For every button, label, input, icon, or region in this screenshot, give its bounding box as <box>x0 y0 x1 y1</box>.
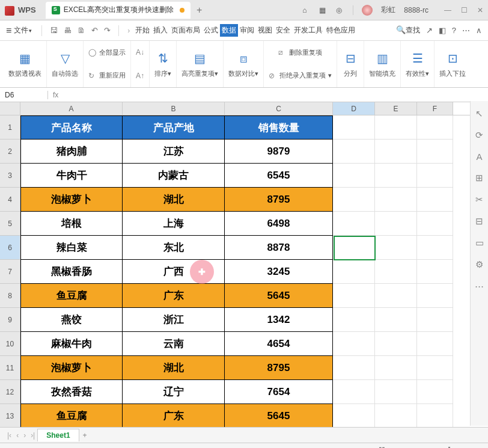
file-menu[interactable]: 文件▾ <box>14 25 32 35</box>
print-icon[interactable]: 🖶 <box>64 26 72 35</box>
cell[interactable]: 鱼豆腐 <box>20 284 123 308</box>
share-icon[interactable]: ↗ <box>426 26 433 35</box>
cell[interactable]: 6498 <box>225 212 333 236</box>
collapse-icon[interactable]: ◧ <box>439 26 446 35</box>
row-header[interactable]: 5 <box>0 212 20 236</box>
record-icon[interactable]: ⊙ <box>6 446 12 449</box>
smart-fill-button[interactable]: ▥智能填充 <box>364 41 401 87</box>
chevron-right-icon[interactable]: › <box>127 26 130 35</box>
cell[interactable] <box>333 260 375 284</box>
cell[interactable]: 东北 <box>123 236 225 260</box>
sheet-tab-active[interactable]: Sheet1 <box>37 429 79 441</box>
cell[interactable]: 麻椒牛肉 <box>20 332 123 356</box>
cell[interactable] <box>417 308 453 332</box>
split-col-button[interactable]: ⊟分列 <box>337 41 364 87</box>
cell[interactable]: 培根 <box>20 212 123 236</box>
cell[interactable] <box>417 140 453 164</box>
table-header[interactable]: 产品产地 <box>123 115 225 140</box>
cell[interactable] <box>375 188 417 212</box>
cell[interactable]: 8795 <box>225 188 333 212</box>
cell[interactable]: 浙江 <box>123 308 225 332</box>
autofilter-button[interactable]: ▽自动筛选 <box>47 41 84 87</box>
cell[interactable]: 广东 <box>123 404 225 427</box>
cell[interactable] <box>375 380 417 404</box>
view-normal-icon[interactable]: ▦ <box>341 446 348 449</box>
cell[interactable] <box>417 115 453 140</box>
cell[interactable] <box>333 188 375 212</box>
cell[interactable]: 4654 <box>225 332 333 356</box>
save-icon[interactable]: 🖫 <box>50 26 58 35</box>
cell[interactable] <box>417 332 453 356</box>
tab-insert[interactable]: 插入 <box>151 25 169 35</box>
cell[interactable]: 湖北 <box>123 188 225 212</box>
cell[interactable]: 泡椒萝卜 <box>20 356 123 380</box>
cell[interactable]: 辣白菜 <box>20 236 123 260</box>
row-header[interactable]: 3 <box>0 164 20 188</box>
sheet-prev-icon[interactable]: ‹ <box>16 431 19 440</box>
select-all-corner[interactable] <box>0 102 20 115</box>
col-header-b[interactable]: B <box>123 102 225 115</box>
avatar[interactable] <box>362 5 373 16</box>
new-tab-button[interactable]: + <box>197 5 202 16</box>
cell[interactable] <box>417 236 453 260</box>
home-icon[interactable]: ⌂ <box>302 6 311 14</box>
minimize-icon[interactable]: — <box>444 6 451 14</box>
reject-dup-button[interactable]: ⊘拒绝录入重复项▾ <box>269 64 332 88</box>
document-tab[interactable]: EXCEL高亮突出重复项并快速删除 <box>46 2 191 19</box>
col-header-e[interactable]: E <box>375 102 417 115</box>
cell[interactable]: 5645 <box>225 284 333 308</box>
row-header[interactable]: 8 <box>0 284 20 308</box>
row-header[interactable]: 10 <box>0 332 20 356</box>
side-sync-icon[interactable]: ⟳ <box>475 130 483 141</box>
cell[interactable] <box>333 308 375 332</box>
sort-asc-button[interactable]: A↓ <box>136 41 144 64</box>
col-header-a[interactable]: A <box>20 102 123 115</box>
row-header[interactable]: 11 <box>0 356 20 380</box>
cell[interactable] <box>417 164 453 188</box>
tab-start[interactable]: 开始 <box>133 25 151 35</box>
cell[interactable] <box>375 308 417 332</box>
view-page-icon[interactable]: ▤ <box>354 446 361 449</box>
cell[interactable]: 广东 <box>123 284 225 308</box>
preview-icon[interactable]: 🗎 <box>78 26 85 35</box>
cell[interactable]: 黑椒香肠 <box>20 260 123 284</box>
sheet-last-icon[interactable]: ›| <box>31 431 35 440</box>
cell[interactable] <box>375 115 417 140</box>
cell[interactable] <box>333 140 375 164</box>
cell[interactable] <box>333 332 375 356</box>
cell[interactable] <box>417 212 453 236</box>
grid-icon[interactable]: ▦ <box>319 6 328 14</box>
row-header[interactable]: 7 <box>0 260 20 284</box>
cell[interactable] <box>375 212 417 236</box>
side-text-icon[interactable]: A <box>476 152 482 162</box>
cell[interactable] <box>417 380 453 404</box>
cell[interactable]: 猪肉脯 <box>20 140 123 164</box>
col-header-c[interactable]: C <box>225 102 333 115</box>
side-settings-icon[interactable]: ⊞ <box>475 173 483 183</box>
cell[interactable] <box>375 164 417 188</box>
cell[interactable]: 7654 <box>225 380 333 404</box>
close-icon[interactable]: ✕ <box>477 6 483 14</box>
row-header[interactable]: 6 <box>0 236 20 260</box>
redo-icon[interactable]: ↷ <box>104 26 111 35</box>
cell[interactable]: 内蒙古 <box>123 164 225 188</box>
remove-dup-button[interactable]: ⧄删除重复项 <box>278 41 322 64</box>
row-header[interactable]: 12 <box>0 380 20 404</box>
tab-data[interactable]: 数据 <box>220 24 238 37</box>
more-icon[interactable]: ⋯ <box>462 26 470 35</box>
cell[interactable] <box>375 356 417 380</box>
cell[interactable] <box>417 404 453 427</box>
cell[interactable] <box>375 284 417 308</box>
row-header[interactable]: 1 <box>0 115 20 140</box>
table-header[interactable]: 产品名称 <box>20 115 123 140</box>
cell[interactable] <box>417 188 453 212</box>
highlight-dup-button[interactable]: ▤高亮重复项▾ <box>177 41 224 87</box>
cell[interactable]: 江苏 <box>123 140 225 164</box>
cell[interactable] <box>375 404 417 427</box>
side-more-icon[interactable]: ⋯ <box>475 281 484 292</box>
cell[interactable] <box>333 115 375 140</box>
cell[interactable] <box>333 380 375 404</box>
validity-button[interactable]: ☰有效性▾ <box>401 41 435 87</box>
view-break-icon[interactable]: ⊞ <box>367 446 373 449</box>
skin-icon[interactable]: ◎ <box>336 6 344 14</box>
